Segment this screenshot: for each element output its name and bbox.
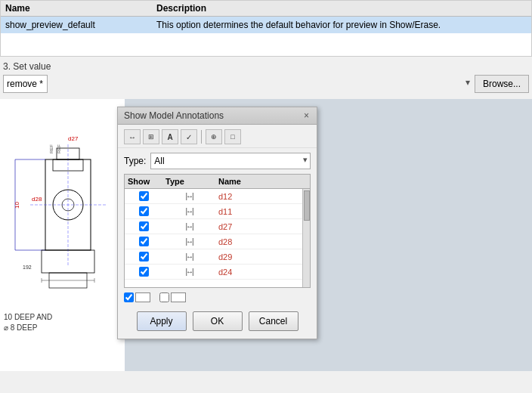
table-empty-row xyxy=(1,33,531,56)
ann-show-cell xyxy=(125,234,162,249)
check-none-group xyxy=(159,292,186,302)
dim-icon: |↔| xyxy=(185,207,192,215)
dim-icon: |↔| xyxy=(185,268,192,276)
ann-table-row[interactable]: |↔|d11 xyxy=(125,204,310,219)
main-content-area: 10 d27 d28 REF REF 192 10 DEEP AND ⌀ 8 D… xyxy=(0,99,532,371)
toolbar-icon-grid[interactable]: ⊞ xyxy=(143,129,159,144)
ann-table-header: Show Type Name xyxy=(125,175,310,189)
ann-name-cell: d24 xyxy=(215,265,310,279)
ann-table-row[interactable]: |↔|d27 xyxy=(125,219,310,234)
ann-table-body[interactable]: |↔|d12|↔|d11|↔|d27|↔|d28|↔|d29|↔|d24 xyxy=(125,189,310,287)
svg-text:10: 10 xyxy=(14,202,20,209)
cancel-button[interactable]: Cancel xyxy=(249,311,298,331)
dim-icon: |↔| xyxy=(185,192,192,200)
svg-text:d27: d27 xyxy=(68,135,79,142)
type-select[interactable]: All xyxy=(150,153,311,169)
value-row: remove * Browse... xyxy=(0,75,532,99)
svg-text:REF: REF xyxy=(57,144,61,153)
ann-type-cell: |↔| xyxy=(162,268,215,276)
toolbar-icon-arrows[interactable]: ↔ xyxy=(124,129,141,144)
ann-show-checkbox[interactable] xyxy=(139,267,149,277)
browse-button[interactable]: Browse... xyxy=(475,75,529,93)
dim-icon: |↔| xyxy=(185,237,192,246)
table-row[interactable]: show_preview_default This option determi… xyxy=(1,17,531,33)
drawing-area: 10 d27 d28 REF REF 192 10 DEEP AND ⌀ 8 D… xyxy=(0,99,125,371)
check-none-checkbox[interactable] xyxy=(159,292,169,302)
dialog-close-button[interactable]: × xyxy=(302,110,311,121)
ann-show-checkbox[interactable] xyxy=(139,206,149,216)
ann-name-cell: d12 xyxy=(215,190,310,203)
ann-type-cell: |↔| xyxy=(162,207,215,215)
options-table: Name Description show_preview_default Th… xyxy=(0,0,532,57)
ann-show-checkbox[interactable] xyxy=(139,237,149,246)
check-all-group xyxy=(124,292,150,302)
ann-name-cell: d27 xyxy=(215,220,310,234)
table-scrollbar[interactable] xyxy=(302,189,310,287)
ann-show-checkbox[interactable] xyxy=(139,252,149,261)
dim-icon: |↔| xyxy=(185,252,192,261)
show-model-annotations-dialog: Show Model Annotations × ↔ ⊞ A ✓ ⊕ □ Typ… xyxy=(117,107,317,339)
ok-button[interactable]: OK xyxy=(193,311,243,331)
check-none-rect xyxy=(171,292,186,302)
ann-type-cell: |↔| xyxy=(162,222,215,231)
value-select-wrapper: remove * xyxy=(3,75,472,93)
svg-text:192: 192 xyxy=(23,265,32,270)
type-row: Type: All xyxy=(118,148,317,174)
ann-table-row[interactable]: |↔|d12 xyxy=(125,189,310,204)
ann-show-checkbox[interactable] xyxy=(139,191,149,201)
annotations-table: Show Type Name |↔|d12|↔|d11|↔|d27|↔|d28|… xyxy=(124,174,311,288)
toolbar-icon-text[interactable]: A xyxy=(162,129,178,144)
dialog-buttons: Apply OK Cancel xyxy=(118,304,317,339)
ann-name-cell: d28 xyxy=(215,235,310,249)
ann-name-cell: d11 xyxy=(215,205,310,218)
toolbar-separator xyxy=(201,130,202,144)
check-all-checkbox[interactable] xyxy=(124,292,134,302)
col-header-name: Name xyxy=(5,3,156,14)
type-label: Type: xyxy=(124,156,146,166)
ann-table-row[interactable]: |↔|d24 xyxy=(125,265,310,280)
svg-text:REF: REF xyxy=(49,144,54,153)
table-header: Name Description xyxy=(1,1,531,17)
col-type: Type xyxy=(162,175,215,188)
ann-show-cell xyxy=(125,265,162,279)
check-row xyxy=(118,288,317,304)
ann-show-checkbox[interactable] xyxy=(139,221,149,231)
svg-text:d28: d28 xyxy=(32,196,42,203)
toolbar-icon-symbol2[interactable]: □ xyxy=(224,129,241,144)
ann-show-cell xyxy=(125,249,162,264)
ann-show-cell xyxy=(125,204,162,218)
ann-show-cell xyxy=(125,219,162,234)
ann-table-row[interactable]: |↔|d29 xyxy=(125,249,310,265)
value-select[interactable]: remove * xyxy=(3,75,48,93)
ann-type-cell: |↔| xyxy=(162,237,215,246)
check-all-rect xyxy=(135,292,150,302)
apply-button[interactable]: Apply xyxy=(137,311,187,331)
set-value-label: 3. Set value xyxy=(0,57,532,75)
toolbar-icon-check[interactable]: ✓ xyxy=(181,129,197,144)
ann-show-cell xyxy=(125,189,162,203)
row-name: show_preview_default xyxy=(5,20,156,30)
ann-type-cell: |↔| xyxy=(162,192,215,200)
col-header-description: Description xyxy=(156,3,527,14)
ann-type-cell: |↔| xyxy=(162,252,215,261)
col-name: Name xyxy=(215,175,310,188)
ann-name-cell: d29 xyxy=(215,250,310,264)
drawing-text: 10 DEEP AND ⌀ 8 DEEP xyxy=(4,312,52,333)
dialog-titlebar: Show Model Annotations × xyxy=(118,107,317,125)
toolbar-icon-symbol1[interactable]: ⊕ xyxy=(206,129,222,144)
ann-table-row[interactable]: |↔|d28 xyxy=(125,234,310,249)
type-select-wrapper: All xyxy=(150,153,311,169)
dim-icon: |↔| xyxy=(185,222,192,231)
dialog-toolbar: ↔ ⊞ A ✓ ⊕ □ xyxy=(118,125,317,148)
row-description: This option determines the default behav… xyxy=(156,20,527,30)
col-show: Show xyxy=(125,175,162,188)
dialog-title: Show Model Annotations xyxy=(124,110,224,121)
